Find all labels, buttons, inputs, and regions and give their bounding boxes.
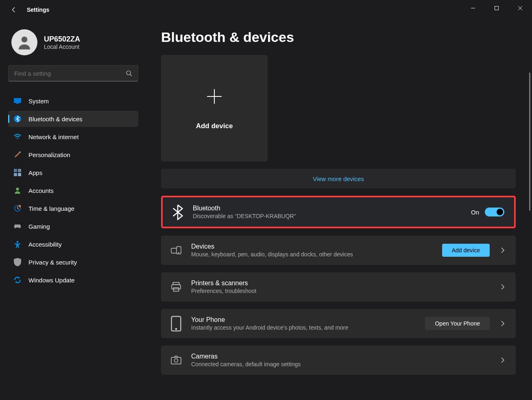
bluetooth-card: Bluetooth Discoverable as “DESKTOP-KRABU…	[161, 196, 516, 228]
app-title: Settings	[27, 7, 49, 13]
nav-item-apps[interactable]: Apps	[8, 164, 138, 181]
add-device-tile[interactable]: Add device	[161, 55, 268, 162]
nav-item-system[interactable]: System	[8, 93, 138, 109]
svg-rect-5	[14, 98, 21, 103]
maximize-button[interactable]	[485, 0, 508, 16]
devices-sub: Mouse, keyboard, pen, audio, displays an…	[191, 251, 432, 258]
close-button[interactable]	[508, 0, 532, 16]
svg-point-14	[16, 188, 19, 190]
svg-rect-1	[495, 7, 499, 10]
bluetooth-title: Bluetooth	[193, 205, 461, 212]
devices-title: Devices	[191, 243, 432, 250]
svg-point-18	[17, 241, 19, 243]
nav-label: Accounts	[28, 187, 54, 194]
svg-point-28	[176, 328, 177, 330]
svg-point-30	[174, 359, 178, 363]
page-title: Bluetooth & devices	[161, 29, 516, 45]
avatar	[11, 29, 37, 55]
svg-rect-12	[14, 173, 17, 176]
back-button[interactable]	[9, 5, 19, 15]
nav-item-network[interactable]: Network & internet	[8, 129, 138, 145]
add-device-button[interactable]: Add device	[442, 244, 490, 257]
nav-label: Gaming	[28, 223, 50, 230]
nav-label: Privacy & security	[28, 259, 77, 266]
bluetooth-sub: Discoverable as “DESKTOP-KRABUQR”	[193, 213, 461, 219]
minimize-button[interactable]	[461, 0, 485, 16]
nav-label: Windows Update	[28, 277, 74, 284]
accessibility-icon	[14, 240, 21, 248]
svg-line-4	[130, 74, 132, 76]
gamepad-icon	[14, 223, 21, 230]
devices-card[interactable]: Devices Mouse, keyboard, pen, audio, dis…	[161, 236, 516, 265]
search-input[interactable]	[8, 65, 138, 81]
apps-icon	[14, 169, 21, 176]
svg-rect-29	[171, 358, 181, 364]
brush-icon	[14, 151, 21, 158]
profile-row[interactable]: UP6502ZA Local Account	[8, 26, 145, 63]
printers-sub: Preferences, troubleshoot	[191, 288, 490, 294]
phone-sub: Instantly access your Android device's p…	[191, 324, 415, 331]
printers-title: Printers & scanners	[191, 280, 490, 287]
nav-label: System	[28, 98, 49, 105]
person-icon	[14, 187, 21, 194]
scrollbar[interactable]	[529, 72, 530, 211]
plus-icon	[205, 87, 224, 111]
cameras-card[interactable]: Cameras Connected cameras, default image…	[161, 345, 516, 375]
nav-item-personalization[interactable]: Personalization	[8, 146, 138, 163]
cameras-sub: Connected cameras, default image setting…	[191, 361, 490, 367]
view-more-devices[interactable]: View more devices	[161, 169, 516, 188]
chevron-right-icon	[499, 320, 506, 327]
view-more-label: View more devices	[313, 175, 364, 182]
shield-icon	[14, 258, 21, 266]
nav-list: System Bluetooth & devices Network & int…	[8, 93, 145, 288]
svg-point-17	[19, 205, 21, 208]
sidebar: UP6502ZA Local Account System Bluetooth …	[0, 20, 146, 400]
svg-rect-13	[18, 173, 21, 176]
phone-card[interactable]: Your Phone Instantly access your Android…	[161, 309, 516, 338]
chevron-right-icon	[499, 247, 506, 254]
bluetooth-icon	[172, 207, 183, 217]
nav-label: Network & internet	[28, 133, 78, 140]
nav-item-accounts[interactable]: Accounts	[8, 182, 138, 199]
chevron-right-icon	[499, 284, 506, 290]
svg-rect-11	[18, 169, 21, 172]
open-phone-button[interactable]: Open Your Phone	[425, 317, 490, 330]
nav-label: Time & language	[28, 205, 74, 212]
camera-icon	[171, 355, 181, 365]
add-device-label: Add device	[196, 122, 233, 130]
nav-item-time[interactable]: Time & language	[8, 200, 138, 216]
nav-item-privacy[interactable]: Privacy & security	[8, 254, 138, 270]
cameras-title: Cameras	[191, 353, 490, 360]
bluetooth-state: On	[471, 209, 479, 216]
profile-name: UP6502ZA	[44, 35, 80, 44]
svg-rect-10	[14, 169, 17, 172]
update-icon	[14, 276, 21, 284]
phone-icon	[171, 318, 181, 329]
wifi-icon	[14, 133, 21, 140]
chevron-right-icon	[499, 357, 506, 363]
printer-icon	[171, 282, 181, 292]
profile-sub: Local Account	[44, 44, 80, 50]
nav-item-accessibility[interactable]: Accessibility	[8, 236, 138, 252]
system-icon	[14, 97, 21, 105]
devices-icon	[171, 245, 181, 256]
svg-point-8	[17, 138, 18, 139]
nav-label: Apps	[28, 169, 42, 176]
svg-point-3	[126, 71, 131, 75]
nav-item-gaming[interactable]: Gaming	[8, 218, 138, 234]
bluetooth-icon	[14, 115, 21, 122]
search-field[interactable]	[14, 70, 126, 77]
svg-point-23	[179, 252, 179, 253]
svg-rect-24	[173, 282, 179, 284]
main-content: Bluetooth & devices Add device View more…	[146, 20, 532, 400]
bluetooth-toggle[interactable]	[485, 208, 504, 216]
printers-card[interactable]: Printers & scanners Preferences, trouble…	[161, 272, 516, 302]
nav-label: Accessibility	[28, 241, 62, 248]
titlebar: Settings	[0, 0, 532, 20]
nav-item-update[interactable]: Windows Update	[8, 272, 138, 288]
svg-rect-6	[16, 103, 19, 104]
nav-label: Personalization	[28, 151, 70, 158]
nav-label: Bluetooth & devices	[28, 116, 83, 122]
svg-rect-25	[172, 285, 181, 289]
nav-item-bluetooth[interactable]: Bluetooth & devices	[8, 111, 138, 127]
